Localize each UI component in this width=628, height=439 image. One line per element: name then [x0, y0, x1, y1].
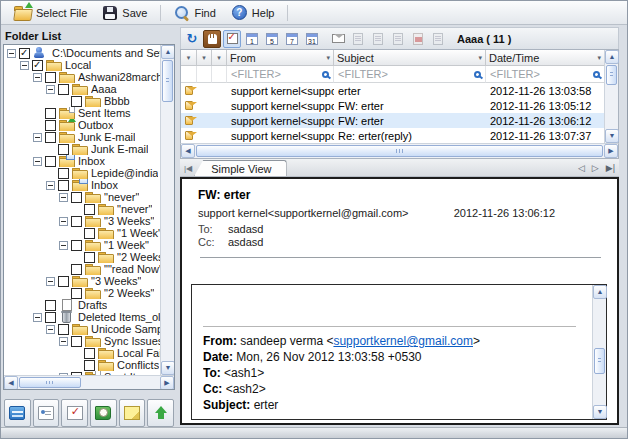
- folder-tree-item[interactable]: "never": [4, 191, 160, 203]
- tree-vertical-scrollbar[interactable]: ▲ ▼: [160, 45, 174, 375]
- dropdown-icon[interactable]: ▾: [326, 54, 330, 62]
- collapse-icon[interactable]: [59, 217, 68, 226]
- folder-checkbox[interactable]: [45, 156, 56, 167]
- folder-tree-item[interactable]: Lepide@india: [4, 167, 160, 179]
- scroll-left-icon[interactable]: ◀: [181, 144, 195, 158]
- scroll-up-icon[interactable]: ▲: [605, 50, 619, 64]
- tab-simple-view[interactable]: Simple View: [194, 160, 286, 176]
- folder-tree-item[interactable]: Junk E-mail: [4, 131, 160, 143]
- list-vscroll-track[interactable]: [605, 86, 618, 129]
- column-header-from[interactable]: From▾: [227, 50, 334, 66]
- folder-tree-item[interactable]: "3 Weeks": [4, 275, 160, 287]
- column-header-datetime[interactable]: Date/Time▾: [486, 50, 604, 66]
- folder-checkbox[interactable]: [45, 108, 56, 119]
- find-button[interactable]: Find: [167, 3, 222, 22]
- folder-checkbox[interactable]: [84, 204, 95, 215]
- folder-checkbox[interactable]: [84, 348, 95, 359]
- mail-view-button[interactable]: [4, 399, 31, 427]
- folder-tree-item[interactable]: "2 Weeks": [4, 287, 160, 299]
- folder-tree-item[interactable]: Sent Items: [4, 107, 160, 119]
- scroll-down-icon[interactable]: ▼: [593, 405, 607, 419]
- folder-checkbox[interactable]: [45, 72, 56, 83]
- folder-tree-item[interactable]: Bbbb: [4, 95, 160, 107]
- body-vscroll-thumb[interactable]: [594, 348, 605, 374]
- body-from-email-link[interactable]: supportkernel@gmail.com: [333, 334, 473, 348]
- contacts-button[interactable]: [33, 399, 60, 427]
- refresh-button[interactable]: ↻: [183, 30, 201, 48]
- folder-checkbox[interactable]: [71, 216, 82, 227]
- notes-button[interactable]: [119, 399, 146, 427]
- scroll-up-icon[interactable]: ▲: [593, 285, 607, 299]
- folder-checkbox[interactable]: [19, 48, 30, 59]
- collapse-icon[interactable]: [46, 325, 55, 334]
- calendar-31-button[interactable]: 31: [303, 30, 321, 48]
- folder-tree-item[interactable]: Aaaa: [4, 83, 160, 95]
- folder-checkbox[interactable]: [71, 336, 82, 347]
- folder-checkbox[interactable]: [84, 252, 95, 263]
- collapse-icon[interactable]: [46, 85, 55, 94]
- body-vscroll-track[interactable]: [593, 375, 606, 405]
- tab-last-icon[interactable]: ▶|: [606, 163, 615, 173]
- folder-tree-item[interactable]: Conflicts: [4, 359, 160, 371]
- folder-checkbox[interactable]: [58, 276, 69, 287]
- collapse-icon[interactable]: [20, 61, 29, 70]
- folder-tree-item[interactable]: Drafts: [4, 299, 160, 311]
- folder-checkbox[interactable]: [45, 312, 56, 323]
- body-vscroll-track[interactable]: [593, 299, 606, 347]
- select-check-button[interactable]: [223, 30, 241, 48]
- folder-tree-item[interactable]: Junk E-mail: [4, 143, 160, 155]
- collapse-icon[interactable]: [7, 49, 16, 58]
- folder-tree-item[interactable]: Local: [4, 59, 160, 71]
- folder-tree-item[interactable]: "never": [4, 203, 160, 215]
- folder-checkbox[interactable]: [71, 288, 82, 299]
- scroll-right-icon[interactable]: ▶: [160, 376, 174, 390]
- folder-checkbox[interactable]: [32, 60, 43, 71]
- select-file-button[interactable]: Select File: [7, 4, 94, 21]
- tree-horizontal-scrollbar[interactable]: ◀ ▶: [4, 375, 174, 389]
- mail-list-row[interactable]: support kernel<supportkern...FW: erter20…: [181, 113, 604, 128]
- folder-tree-item[interactable]: "2 Weeks": [4, 251, 160, 263]
- folder-tree-item[interactable]: "1 Week": [4, 227, 160, 239]
- column-header-subject[interactable]: Subject▾: [334, 50, 486, 66]
- dropdown-icon[interactable]: ▾: [187, 54, 191, 62]
- tree-vscroll-track[interactable]: [161, 103, 174, 361]
- filter-input-datetime[interactable]: <FILTER>: [486, 66, 604, 83]
- folder-tree-item[interactable]: Deleted Items_olm: [4, 311, 160, 323]
- scroll-down-icon[interactable]: ▼: [605, 129, 619, 143]
- up-arrow-button[interactable]: [147, 399, 174, 427]
- tree-hscroll-thumb[interactable]: [19, 377, 81, 388]
- search-icon[interactable]: [322, 71, 329, 78]
- pan-hand-button[interactable]: [203, 30, 221, 48]
- search-icon[interactable]: [593, 71, 600, 78]
- list-hscroll-thumb[interactable]: [196, 145, 603, 157]
- tab-prev-icon[interactable]: ◁: [578, 163, 585, 173]
- folder-tree-item[interactable]: ""read Now"": [4, 263, 160, 275]
- tab-first-icon[interactable]: |◀: [184, 164, 192, 173]
- scroll-up-icon[interactable]: ▲: [161, 45, 175, 59]
- folder-tree-item[interactable]: Sync Issues: [4, 335, 160, 347]
- scroll-down-icon[interactable]: ▼: [161, 361, 175, 375]
- mail-list-row[interactable]: support kernel<supportkern...FW: erter20…: [181, 98, 604, 113]
- tree-vscroll-thumb[interactable]: [162, 60, 173, 102]
- search-icon[interactable]: [474, 71, 481, 78]
- folder-checkbox[interactable]: [71, 192, 82, 203]
- body-vertical-scrollbar[interactable]: ▲ ▼: [592, 285, 606, 419]
- collapse-icon[interactable]: [59, 337, 68, 346]
- folder-checkbox[interactable]: [58, 144, 69, 155]
- collapse-icon[interactable]: [33, 313, 42, 322]
- mail-list-row[interactable]: support kernel<supportkern...Re: erter(r…: [181, 128, 604, 143]
- folder-checkbox[interactable]: [71, 240, 82, 251]
- folder-tree-item[interactable]: Unicode Samples (: [4, 323, 160, 335]
- folder-checkbox[interactable]: [84, 360, 95, 371]
- filter-input-from[interactable]: <FILTER>: [227, 66, 334, 83]
- export-mail-button[interactable]: [329, 30, 347, 48]
- collapse-icon[interactable]: [46, 277, 55, 286]
- scroll-left-icon[interactable]: ◀: [4, 376, 18, 390]
- folder-tree-item[interactable]: Local Fail...: [4, 347, 160, 359]
- folder-tree-item[interactable]: Inbox: [4, 179, 160, 191]
- column-header-icon1[interactable]: ▾: [181, 50, 197, 66]
- collapse-icon[interactable]: [59, 373, 68, 376]
- collapse-icon[interactable]: [59, 241, 68, 250]
- folder-checkbox[interactable]: [71, 264, 82, 275]
- dropdown-icon[interactable]: ▾: [217, 54, 221, 62]
